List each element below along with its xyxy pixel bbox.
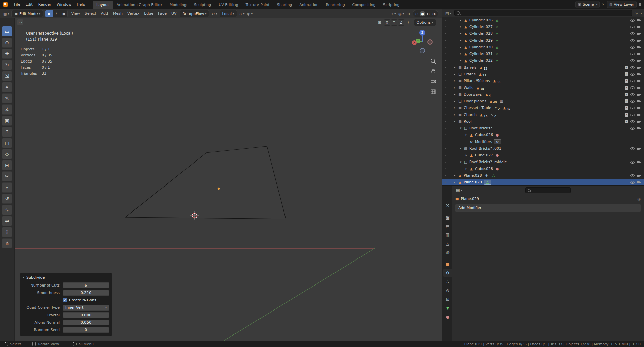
tool-edge-slide[interactable]: ⇌: [2, 216, 12, 226]
outliner-row-cube-027[interactable]: ▸▲Cube.027●: [442, 152, 644, 158]
exclude-checkbox[interactable]: ✓: [625, 99, 628, 103]
disable-render-toggle[interactable]: [637, 58, 641, 63]
properties-tab-view-layer[interactable]: ▥: [443, 230, 452, 239]
expander-right-icon[interactable]: ▸: [452, 79, 457, 82]
outliner-row-cylinder-030[interactable]: ▸▲Cylinder.030△: [442, 44, 644, 50]
hide-viewport-toggle[interactable]: [630, 25, 635, 29]
workspace-tab-sculpting[interactable]: Sculpting: [190, 1, 215, 9]
wireframe-shading-button[interactable]: ○: [414, 11, 420, 16]
exclude-checkbox[interactable]: ✓: [625, 113, 628, 117]
ortho-grid-control[interactable]: [429, 88, 437, 95]
exclude-checkbox[interactable]: ✓: [625, 120, 628, 123]
hide-viewport-toggle[interactable]: [630, 18, 635, 22]
viewport-menu-select[interactable]: Select: [82, 9, 99, 18]
disable-render-toggle[interactable]: [637, 113, 641, 117]
viewport-menu-face[interactable]: Face: [156, 9, 169, 18]
workspace-tab-texture-paint[interactable]: Texture Paint: [242, 1, 273, 9]
hide-viewport-toggle[interactable]: [630, 65, 635, 70]
expander-right-icon[interactable]: ▸: [452, 93, 457, 96]
hide-viewport-toggle[interactable]: [630, 85, 635, 90]
show-gizmo-button[interactable]: ⌖▾: [390, 11, 397, 16]
tool-select-box[interactable]: ▭: [2, 26, 12, 36]
viewport-menu-mesh[interactable]: Mesh: [110, 9, 125, 18]
unlink-scene-icon[interactable]: ✕: [602, 3, 604, 6]
exclude-checkbox[interactable]: ✓: [625, 79, 628, 83]
tool-poly-build[interactable]: ⌂: [2, 182, 12, 193]
expander-right-icon[interactable]: ▸: [452, 86, 457, 89]
properties-tab-constraints[interactable]: ⊡: [443, 295, 452, 303]
expander-right-icon[interactable]: ▸: [458, 45, 463, 49]
scene-selector[interactable]: ▣ Scene ▾: [575, 1, 600, 8]
properties-tab-physics[interactable]: ⊚: [443, 286, 452, 295]
menu-window[interactable]: Window: [54, 0, 74, 9]
disable-render-toggle[interactable]: [637, 146, 641, 151]
exclude-checkbox[interactable]: ✓: [625, 86, 628, 90]
active-tool-icon[interactable]: ▭: [17, 19, 23, 25]
pan-hand-control[interactable]: [429, 68, 437, 75]
hide-viewport-toggle[interactable]: [630, 126, 635, 130]
viewport-menu-uv[interactable]: UV: [169, 9, 179, 18]
tool-smooth[interactable]: ∿: [2, 205, 12, 215]
properties-editor-type-button[interactable]: ▤▾: [455, 188, 463, 193]
outliner-row-roof[interactable]: ▾▤Roof✓: [442, 118, 644, 125]
hide-viewport-toggle[interactable]: [630, 119, 635, 124]
expander-right-icon[interactable]: ▸: [452, 66, 457, 69]
expander-right-icon[interactable]: ▸: [458, 32, 463, 35]
workspace-tab-animation[interactable]: Animation: [296, 1, 322, 9]
viewport-menu-edge[interactable]: Edge: [142, 9, 156, 18]
tool-extrude-region[interactable]: ↥: [2, 127, 12, 137]
pin-icon[interactable]: ◎: [637, 197, 641, 201]
expander-right-icon[interactable]: ▸: [452, 113, 457, 116]
outliner-row-roof-bricks-001[interactable]: ▾▤Roof Bricks? .001: [442, 145, 644, 152]
workspace-tab-scripting[interactable]: Scripting: [379, 1, 403, 9]
properties-tab-render[interactable]: ◙: [443, 213, 452, 221]
viewport-menu-view[interactable]: View: [69, 9, 82, 18]
disable-render-toggle[interactable]: [637, 65, 641, 70]
tool-transform[interactable]: ⌖: [2, 82, 12, 92]
viewport-menu-add[interactable]: Add: [99, 9, 110, 18]
disable-render-toggle[interactable]: [637, 99, 641, 103]
outliner-row-cylinder-032[interactable]: ▸▲Cylinder.032△: [442, 57, 644, 64]
create-n-gons-checkbox[interactable]: ✓: [63, 298, 67, 302]
disable-render-toggle[interactable]: [637, 52, 641, 56]
outliner-search[interactable]: [454, 10, 632, 16]
expander-right-icon[interactable]: ▸: [458, 52, 463, 55]
hide-viewport-toggle[interactable]: [630, 31, 635, 36]
disable-render-toggle[interactable]: [637, 119, 641, 124]
menu-edit[interactable]: Edit: [23, 0, 35, 9]
smoothness-field[interactable]: 0.210: [63, 290, 109, 296]
disable-render-toggle[interactable]: [637, 25, 641, 29]
disable-render-toggle[interactable]: [637, 92, 641, 97]
expander-down-icon[interactable]: ▾: [458, 126, 463, 130]
hide-viewport-toggle[interactable]: [630, 38, 635, 43]
outliner-row-chesset-table[interactable]: ▸▤Chesset+Table✦2▲37✓: [442, 104, 644, 111]
expander-right-icon[interactable]: ▸: [452, 99, 457, 103]
tool-shrink-fatten[interactable]: ↕: [2, 227, 12, 237]
editor-type-button[interactable]: ▦▾: [2, 11, 10, 16]
menu-help[interactable]: Help: [74, 0, 88, 9]
solid-shading-button[interactable]: ●: [420, 11, 425, 16]
tool-knife[interactable]: ✂: [2, 171, 12, 181]
disable-render-toggle[interactable]: [637, 85, 641, 90]
tool-spin[interactable]: ↺: [2, 194, 12, 204]
tool-bevel[interactable]: ◇: [2, 149, 12, 159]
hide-viewport-toggle[interactable]: [630, 92, 635, 97]
snap-settings-icon[interactable]: ⋮: [405, 20, 412, 25]
disable-render-toggle[interactable]: [637, 72, 641, 76]
workspace-tab-rendering[interactable]: Rendering: [322, 1, 348, 9]
mode-selector[interactable]: ▣ Edit Mode ▾: [11, 10, 43, 17]
hide-viewport-toggle[interactable]: [630, 180, 635, 184]
expander-down-icon[interactable]: ▾: [458, 147, 463, 150]
disable-render-toggle[interactable]: [637, 38, 641, 43]
properties-tab-output[interactable]: ▤: [443, 222, 452, 230]
xray-toggle[interactable]: ⊞: [405, 11, 411, 16]
properties-tab-particles[interactable]: ∴: [443, 277, 452, 286]
outliner-row-cylinder-027[interactable]: ▸▲Cylinder.027△: [442, 23, 644, 30]
properties-tab-world[interactable]: ◍: [443, 248, 452, 256]
retopoflow-menu[interactable]: RetopoFlow ▾: [180, 10, 209, 17]
outliner-row-walls[interactable]: ▸▤Walls▲34✓: [442, 84, 644, 91]
menu-file[interactable]: File: [11, 0, 23, 9]
vertex-select-mode-button[interactable]: ▪: [45, 10, 53, 17]
hide-viewport-toggle[interactable]: [630, 99, 635, 103]
workspace-tab-modeling[interactable]: Modeling: [166, 1, 190, 9]
